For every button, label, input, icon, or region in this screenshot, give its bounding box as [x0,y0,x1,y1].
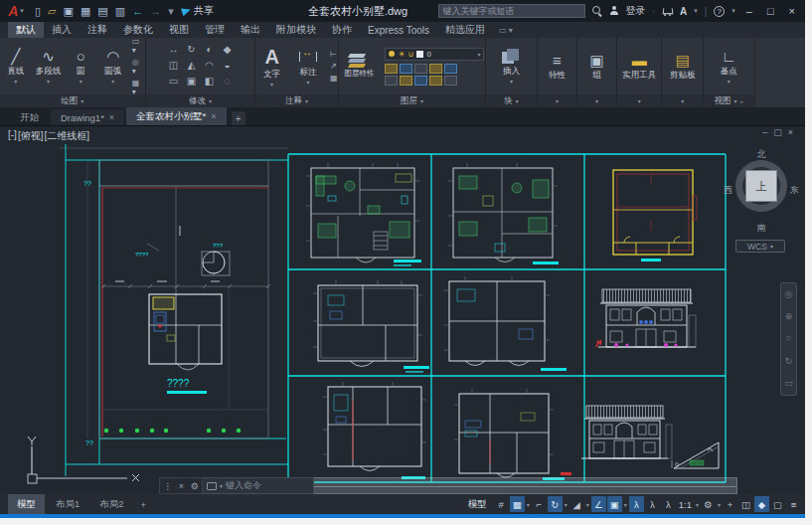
zoom-icon[interactable]: ○ [786,334,791,343]
grid-toggle[interactable]: # [494,496,509,512]
showmotion-icon[interactable]: ▭ [784,379,793,388]
plan-cell-2-1[interactable] [313,280,429,373]
chevron-down-icon[interactable]: ▾ [585,501,590,508]
layer-properties-button[interactable]: 图层特性 [339,54,379,79]
open-folder-icon[interactable]: ▱ [48,6,56,17]
app-menu-button[interactable]: A▾ [3,2,29,20]
autodesk-logo-icon[interactable]: A [680,6,687,17]
plan-cell-1-2[interactable] [448,163,559,264]
undo-icon[interactable]: ← [132,6,143,17]
graphics-performance-toggle[interactable]: ◆ [754,496,769,512]
ribbon-tab-6[interactable]: 管理 [197,22,233,38]
object-snap-tracking-toggle[interactable]: ∠ [591,496,606,512]
layer-tool-icon[interactable] [414,76,427,86]
draw-panel-footer[interactable]: 绘图▾ [0,94,145,107]
utilities-panel-footer[interactable]: ▾ [617,94,662,107]
roof-plan-cell-1-3[interactable] [613,170,697,262]
file-tab-2[interactable]: Drawing1*× [51,109,124,125]
plan-cell-3-1[interactable] [323,382,426,479]
doc-minimize-button[interactable]: – [762,127,767,137]
viewcube[interactable]: 北 上 西 东 南 WCS▾ [722,148,801,260]
command-input[interactable]: ▾ 键入命令 [203,477,314,494]
ribbon-tab-11[interactable]: 精选应用 [437,22,493,38]
viewcube-east-label[interactable]: 东 [790,184,799,197]
chevron-down-icon[interactable]: ▾ [220,482,223,489]
doc-restore-button[interactable]: ▢ [773,127,782,137]
block-panel-footer[interactable]: 块▾ [486,94,537,107]
modify-tool-9[interactable]: ▭ [165,75,182,89]
pan-icon[interactable]: ⊕ [785,312,793,321]
command-customize-icon[interactable]: ⚙ [191,481,199,491]
clipboard-button[interactable]: ▤剪贴板 [666,52,700,82]
isolate-objects-toggle[interactable]: ◫ [738,496,753,512]
file-tab-1[interactable]: 开始 [10,109,49,125]
draw-side-icon[interactable]: ◎ ▾ [132,58,145,76]
plot-icon[interactable]: ▤ [97,6,107,17]
modify-tool-12[interactable]: ◌ [219,75,236,89]
viewcube-top-face[interactable]: 上 [745,170,777,202]
modify-tool-3[interactable]: ◐ [201,43,218,58]
layer-tool-icon[interactable] [385,64,398,74]
modify-tool-4[interactable]: ◆ [219,43,236,58]
user-icon[interactable] [609,6,619,16]
annotate-side-icon[interactable]: ▦ [330,74,338,83]
close-button[interactable]: × [785,5,799,17]
elevation-cell-2-3[interactable] [596,289,696,347]
modify-tool-7[interactable]: ◠ [201,59,218,74]
draw-tool-4[interactable]: ◠圆弧▾ [97,48,129,85]
annotation-scale-icon-toggle[interactable]: λ [661,496,676,512]
layer-tool-icon[interactable] [385,76,398,86]
draw-tool-3[interactable]: ○圆▾ [65,48,96,85]
polar-tracking-toggle[interactable]: ↻ [548,496,563,512]
modify-tool-11[interactable]: ◧ [201,75,218,89]
view-panel-footer[interactable]: 视图▾» [704,94,754,107]
plan-cell-1-1[interactable] [306,163,421,266]
layer-tool-icon[interactable] [400,76,412,86]
save-icon[interactable]: ▣ [64,6,74,17]
modify-tool-1[interactable]: ↔ [165,43,182,58]
command-line[interactable]: ⋮ × ⚙ ▾ 键入命令 [159,477,737,494]
maximize-button[interactable]: □ [763,5,778,17]
chevron-down-icon[interactable]: ▾ [717,501,722,508]
full-nav-wheel-icon[interactable]: ◎ [785,290,793,299]
chevron-down-icon[interactable]: ▾ [694,7,698,15]
layout-tab-1[interactable]: 模型 [8,494,45,514]
chevron-down-icon[interactable]: ▾ [526,501,531,508]
modify-tool-2[interactable]: ↻ [183,43,200,58]
layer-tool-icon[interactable] [429,64,442,74]
orbit-icon[interactable]: ↻ [785,357,793,366]
layer-tool-icon[interactable] [429,76,442,86]
share-button[interactable]: 共享 [182,4,214,18]
layer-dropdown[interactable]: ☀ ∪ 0 ▾ [385,48,484,61]
clipboard-panel-footer[interactable]: ▾ [662,94,703,107]
draw-side-icon[interactable]: ▦ ▾ [132,79,145,96]
base-point-button[interactable]: ∟基点▾ [712,48,745,85]
ribbon-minimize-control[interactable]: ▭▾ [499,22,513,38]
search-input[interactable] [438,4,585,18]
annotation-visibility-toggle[interactable]: λ [629,496,644,512]
annotate-side-icon[interactable]: ↗ [330,62,338,71]
file-tab-3[interactable]: 全套农村小别墅*× [126,107,226,125]
layer-tool-icon[interactable] [400,64,412,74]
text-tool-button[interactable]: A 文字▾ [255,46,287,88]
dimension-tool-button[interactable]: 标注▾ [292,48,324,86]
elevation-cell-3-3[interactable] [581,406,719,468]
chevron-down-icon[interactable]: · [653,8,655,15]
chevron-down-icon[interactable]: ▾ [731,7,735,15]
plan-cell-3-2[interactable] [454,389,571,480]
ribbon-tab-9[interactable]: 协作 [324,22,360,38]
layout-tab-2[interactable]: 布局1 [47,494,88,514]
modify-panel-footer[interactable]: 修改▾ [146,94,255,107]
navigation-bar[interactable]: ◎ ⊕ ○ ↻ ▭ [780,282,797,396]
sign-in-link[interactable]: 登录 [626,4,646,18]
minimize-button[interactable]: – [742,5,756,17]
wcs-dropdown[interactable]: WCS▾ [735,240,785,253]
viewcube-west-label[interactable]: 西 [724,184,732,197]
annotation-monitor-toggle[interactable]: + [723,496,737,512]
search-icon[interactable] [592,6,602,16]
chevron-down-icon[interactable]: ▾ [623,501,628,508]
qat-dropdown-icon[interactable]: ▾ [168,6,174,17]
workspace-toggle[interactable]: ⚙ [701,496,716,512]
modify-tool-10[interactable]: ▣ [183,75,200,89]
viewport-control-2[interactable]: [俯视] [18,129,44,143]
